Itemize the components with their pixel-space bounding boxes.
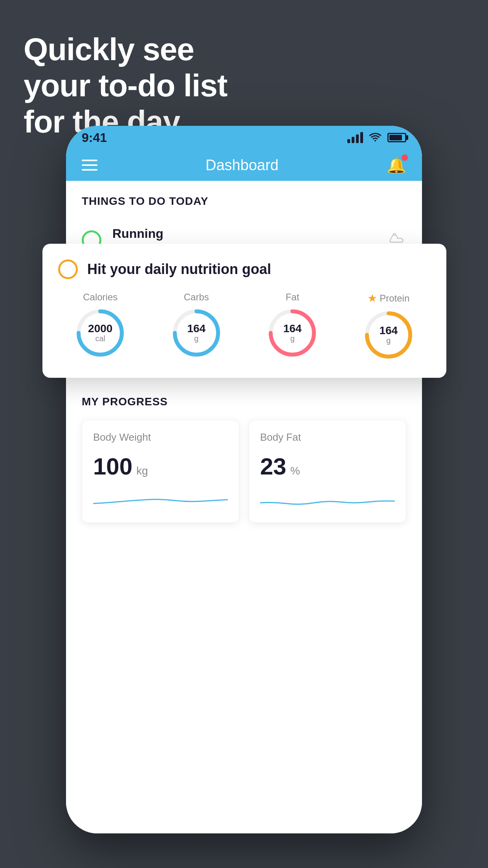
calories-value: 2000: [88, 323, 112, 334]
body-weight-card[interactable]: Body Weight 100 kg: [82, 420, 239, 523]
signal-icon: [347, 132, 363, 143]
app-header: Dashboard 🔔: [66, 149, 422, 181]
bell-icon[interactable]: 🔔: [387, 156, 406, 175]
body-fat-card[interactable]: Body Fat 23 %: [249, 420, 406, 523]
protein-star-icon: ★: [367, 292, 377, 305]
body-weight-value-row: 100 kg: [93, 453, 228, 480]
battery-icon: [387, 133, 406, 142]
wifi-icon: [369, 131, 382, 144]
status-bar: 9:41: [66, 126, 422, 149]
status-icons: [347, 131, 406, 144]
hamburger-line: [82, 160, 97, 161]
nutrition-card: Hit your daily nutrition goal Calories 2…: [42, 244, 446, 378]
carbs-value: 164: [187, 323, 205, 334]
protein-circle: 164 g: [363, 309, 414, 360]
phone-frame: 9:41 Dashboard 🔔: [66, 126, 422, 833]
hamburger-menu[interactable]: [82, 160, 97, 171]
calories-unit: cal: [88, 334, 112, 343]
carbs-circle: 164 g: [171, 307, 222, 359]
progress-cards: Body Weight 100 kg Body Fat 23: [82, 420, 406, 523]
body-fat-value-row: 23 %: [260, 453, 395, 480]
protein-value: 164: [379, 325, 398, 336]
nutrition-card-title: Hit your daily nutrition goal: [87, 261, 271, 278]
body-fat-label: Body Fat: [260, 431, 395, 443]
nutrition-protein: ★ Protein 164 g: [363, 292, 414, 360]
protein-text: 164 g: [379, 325, 398, 345]
fat-value: 164: [283, 323, 302, 334]
todo-title-running: Running: [112, 226, 389, 241]
things-today-header: THINGS TO DO TODAY: [66, 181, 422, 215]
fat-text: 164 g: [283, 323, 302, 343]
progress-section: MY PROGRESS Body Weight 100 kg: [66, 380, 422, 531]
body-fat-unit: %: [290, 465, 300, 477]
calories-text: 2000 cal: [88, 323, 112, 343]
nutrition-carbs: Carbs 164 g: [171, 292, 222, 360]
nutrition-fat: Fat 164 g: [267, 292, 318, 360]
body-weight-num: 100: [93, 453, 132, 480]
card-title-row: Hit your daily nutrition goal: [58, 259, 431, 279]
body-weight-label: Body Weight: [93, 431, 228, 443]
nutrition-radio[interactable]: [58, 259, 78, 279]
header-title: Dashboard: [205, 157, 279, 174]
nutrition-calories: Calories 2000 cal: [75, 292, 126, 360]
body-weight-chart: [93, 488, 228, 511]
notification-dot: [402, 154, 408, 161]
fat-unit: g: [283, 334, 302, 343]
headline-line2: your to-do list: [24, 68, 227, 104]
body-weight-unit: kg: [136, 465, 148, 477]
body-fat-chart: [260, 488, 395, 511]
calories-circle: 2000 cal: [75, 307, 126, 359]
carbs-unit: g: [187, 334, 205, 343]
nutrition-row: Calories 2000 cal Carbs: [58, 292, 431, 360]
body-fat-num: 23: [260, 453, 286, 480]
carbs-label: Carbs: [184, 292, 209, 303]
protein-label: Protein: [380, 293, 409, 304]
fat-label: Fat: [286, 292, 299, 303]
status-time: 9:41: [82, 131, 107, 145]
carbs-text: 164 g: [187, 323, 205, 343]
headline-line1: Quickly see: [24, 31, 227, 68]
progress-title: MY PROGRESS: [82, 395, 406, 408]
headline: Quickly see your to-do list for the day.: [24, 31, 227, 140]
fat-circle: 164 g: [267, 307, 318, 359]
protein-unit: g: [379, 336, 398, 345]
hamburger-line: [82, 169, 97, 171]
protein-label-row: ★ Protein: [367, 292, 409, 305]
hamburger-line: [82, 164, 97, 166]
calories-label: Calories: [83, 292, 117, 303]
